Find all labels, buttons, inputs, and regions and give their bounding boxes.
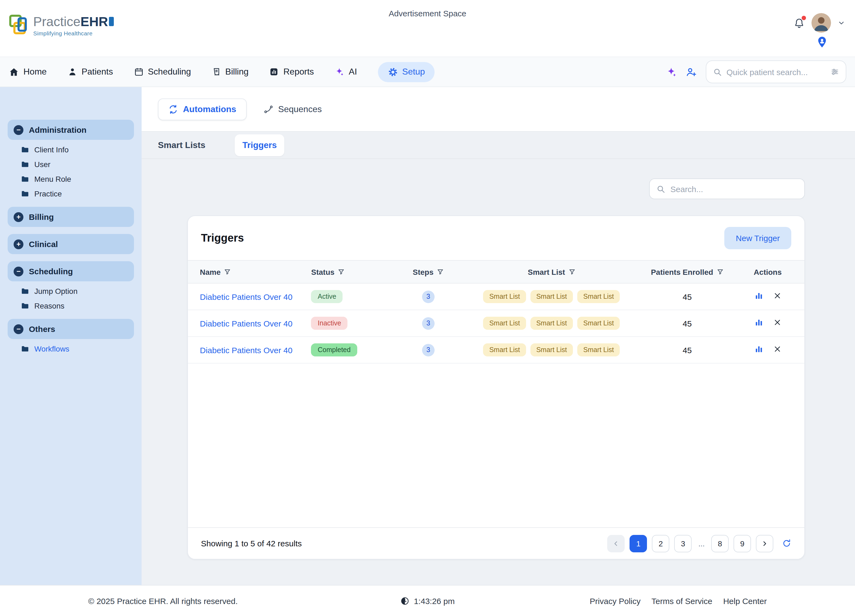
receipt-icon [211,67,221,77]
sidebar-section-scheduling[interactable]: − Scheduling [8,261,134,281]
sparkle-icon [335,67,345,77]
nav-item-billing[interactable]: Billing [211,67,248,77]
analytics-icon[interactable] [754,344,763,354]
sync-icon [168,104,178,114]
analytics-icon[interactable] [754,291,763,300]
search-filter-icon[interactable] [830,67,839,76]
bar-chart-icon [269,67,279,77]
status-badge: Active [311,290,343,303]
link-help-center[interactable]: Help Center [723,596,767,605]
search-icon [713,67,722,76]
sidebar-item-menu-role[interactable]: Menu Role [21,175,134,183]
steps-badge: 3 [422,290,435,303]
page-button-8[interactable]: 8 [711,535,729,552]
chevron-down-icon[interactable] [838,19,845,27]
page-next-button[interactable] [756,535,773,552]
profile-pin-icon[interactable] [816,36,828,49]
nav-item-scheduling[interactable]: Scheduling [134,67,191,77]
analytics-icon[interactable] [754,318,763,327]
patients-enrolled-value: 45 [638,310,737,336]
collapse-icon[interactable]: − [14,266,23,276]
smart-list-badge: Smart List [530,290,573,303]
avatar[interactable] [811,13,831,33]
tab-automations[interactable]: Automations [158,98,247,120]
tab-sequences[interactable]: Sequences [253,98,332,120]
new-trigger-button[interactable]: New Trigger [724,227,791,249]
trigger-name-link[interactable]: Diabetic Patients Over 40 [200,345,293,355]
sidebar-item-practice[interactable]: Practice [21,190,134,198]
filter-icon[interactable] [338,268,345,275]
sidebar-section-clinical[interactable]: + Clinical [8,234,134,254]
quick-patient-search-input[interactable] [726,67,826,76]
trigger-name-link[interactable]: Diabetic Patients Over 40 [200,292,293,301]
folder-icon [21,301,29,310]
steps-badge: 3 [422,317,435,330]
table-row: Diabetic Patients Over 40 Active 3 Smart… [188,283,804,310]
sidebar-section-administration[interactable]: − Administration [8,120,134,140]
folder-icon [21,287,29,295]
quick-patient-search [706,60,846,83]
sidebar-section-billing[interactable]: + Billing [8,207,134,227]
filter-icon[interactable] [716,268,723,275]
folder-icon [21,190,29,198]
link-terms-of-service[interactable]: Terms of Service [651,596,712,605]
copyright-text: © 2025 Practice EHR. All rights reserved… [88,596,238,605]
table-empty-space [188,364,804,527]
collapse-icon[interactable]: − [14,324,23,334]
patients-enrolled-value: 45 [638,283,737,310]
delete-icon[interactable] [773,318,781,327]
filter-icon[interactable] [568,268,575,275]
nav-item-setup[interactable]: Setup [378,62,435,82]
expand-icon[interactable]: + [14,239,23,249]
subtab-smart-lists[interactable]: Smart Lists [158,135,205,155]
subtab-triggers[interactable]: Triggers [235,134,284,156]
app-root: Advertisement Space PracticeEHR Simplify… [0,0,855,616]
ai-sparkle-icon[interactable] [665,66,677,78]
nav-item-home[interactable]: Home [9,67,47,77]
status-badge: Completed [311,343,357,356]
filter-icon[interactable] [224,268,231,275]
brand-cross-icon [9,14,29,35]
page-button-9[interactable]: 9 [734,535,751,552]
smart-list-badge: Smart List [483,343,526,356]
link-privacy-policy[interactable]: Privacy Policy [590,596,641,605]
nav-item-patients[interactable]: Patients [67,67,113,77]
delete-icon[interactable] [773,345,781,353]
refresh-icon[interactable] [782,539,791,548]
folder-icon [21,160,29,169]
page-prev-button[interactable] [607,535,625,552]
expand-icon[interactable]: + [14,212,23,222]
add-patient-icon[interactable] [686,66,697,78]
delete-icon[interactable] [773,292,781,300]
status-badge: Inactive [311,317,348,330]
sidebar-item-jump-option[interactable]: Jump Option [21,287,134,295]
nav-item-ai[interactable]: AI [335,67,357,77]
smart-list-badge: Smart List [577,290,620,303]
sidebar-item-workflows[interactable]: Workflows [21,344,134,353]
filter-icon[interactable] [437,268,444,275]
page-button-3[interactable]: 3 [674,535,692,552]
results-summary: Showing 1 to 5 of 42 results [201,539,302,548]
smart-list-badge: Smart List [483,290,526,303]
table-row: Diabetic Patients Over 40 Inactive 3 Sma… [188,310,804,336]
brand-logo[interactable]: PracticeEHR Simplifying Healthcare [9,14,114,37]
sidebar-section-others[interactable]: − Others [8,319,134,339]
sidebar-item-client-info[interactable]: Client Info [21,145,134,154]
trigger-name-link[interactable]: Diabetic Patients Over 40 [200,319,293,328]
automation-tabs: Automations Sequences [142,87,855,132]
page-button-1[interactable]: 1 [630,535,647,552]
folder-icon [21,145,29,154]
clock-icon [400,596,409,605]
topbar: Advertisement Space PracticeEHR Simplify… [0,0,855,57]
nav-item-reports[interactable]: Reports [269,67,314,77]
sidebar-item-user[interactable]: User [21,160,134,169]
home-icon [9,67,19,77]
notifications-bell-icon[interactable] [794,17,805,29]
footer-time: 1:43:26 pm [400,596,455,605]
triggers-search-input[interactable] [670,184,798,193]
sidebar-item-reasons[interactable]: Reasons [21,301,134,310]
page-button-2[interactable]: 2 [652,535,670,552]
collapse-icon[interactable]: − [14,125,23,135]
steps-badge: 3 [422,344,435,356]
brand-tagline: Simplifying Healthcare [33,30,114,37]
